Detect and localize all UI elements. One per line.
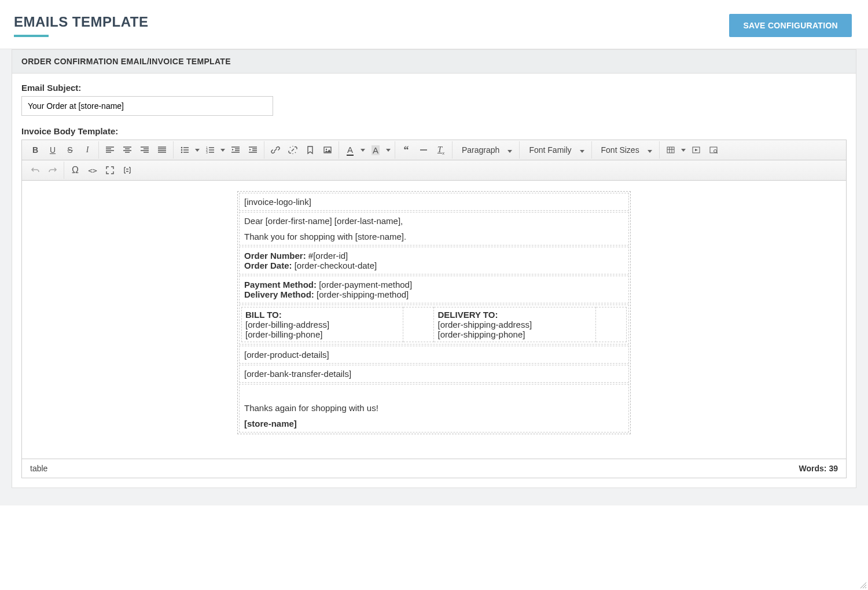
email-subject-input[interactable] <box>21 96 273 116</box>
svg-point-0 <box>181 147 183 149</box>
blockquote-button[interactable]: “ <box>398 141 415 159</box>
element-path[interactable]: table <box>30 464 47 473</box>
numbered-list-dropdown[interactable] <box>219 141 227 159</box>
bullet-list-dropdown[interactable] <box>193 141 201 159</box>
greeting-cell[interactable]: Dear [order-first-name] [order-last-name… <box>239 212 629 245</box>
align-center-button[interactable] <box>119 141 136 159</box>
svg-point-7 <box>326 149 327 150</box>
special-character-button[interactable]: Ω <box>67 162 84 179</box>
strikethrough-button[interactable]: S <box>61 141 79 159</box>
underline-button[interactable]: U <box>44 141 61 159</box>
show-blocks-button[interactable] <box>119 162 136 179</box>
table-button[interactable] <box>662 141 679 159</box>
link-button[interactable] <box>267 141 284 159</box>
media-button[interactable] <box>687 141 705 159</box>
template-table: [invoice-logo-link] Dear [order-first-na… <box>237 191 631 434</box>
numbered-list-button[interactable]: 123 <box>201 141 219 159</box>
svg-point-1 <box>181 149 183 151</box>
bullet-list-button[interactable] <box>176 141 193 159</box>
table-dropdown[interactable] <box>679 141 687 159</box>
text-color-button[interactable]: A <box>341 141 359 159</box>
image-button[interactable] <box>319 141 336 159</box>
align-justify-button[interactable] <box>153 141 171 159</box>
editor-toolbar: B U S I <box>22 140 846 160</box>
invoice-body-label: Invoice Body Template: <box>21 126 847 136</box>
fullscreen-button[interactable] <box>101 162 119 179</box>
text-color-dropdown[interactable] <box>359 141 367 159</box>
addresses-cell[interactable]: BILL TO: [order-billing-address] [order-… <box>239 305 629 345</box>
bank-cell[interactable]: [order-bank-transfer-details] <box>239 365 629 383</box>
italic-button[interactable]: I <box>79 141 96 159</box>
rich-text-editor: B U S I <box>21 140 847 478</box>
word-count: Words: 39 <box>799 464 838 473</box>
redo-button[interactable] <box>44 162 61 179</box>
products-cell[interactable]: [order-product-details] <box>239 346 629 364</box>
logo-cell[interactable]: [invoice-logo-link] <box>239 193 629 211</box>
undo-button[interactable] <box>27 162 44 179</box>
svg-rect-8 <box>667 147 674 153</box>
align-left-button[interactable] <box>101 141 119 159</box>
paragraph-format-select[interactable]: Paragraph <box>455 141 517 159</box>
svg-point-11 <box>713 150 716 153</box>
anchor-button[interactable] <box>301 141 319 159</box>
methods-cell[interactable]: Payment Method: [order-payment-method] D… <box>239 276 629 303</box>
email-subject-label: Email Subject: <box>21 83 847 93</box>
outdent-button[interactable] <box>227 141 244 159</box>
clear-formatting-button[interactable]: Tx <box>432 141 450 159</box>
horizontal-rule-button[interactable] <box>415 141 432 159</box>
editor-content-area[interactable]: [invoice-logo-link] Dear [order-first-na… <box>22 181 846 459</box>
background-color-button[interactable]: A <box>367 141 384 159</box>
unlink-button[interactable] <box>284 141 301 159</box>
align-right-button[interactable] <box>136 141 153 159</box>
bold-button[interactable]: B <box>27 141 44 159</box>
svg-text:3: 3 <box>206 151 208 154</box>
save-configuration-button[interactable]: SAVE CONFIGURATION <box>729 14 852 37</box>
background-color-dropdown[interactable] <box>384 141 392 159</box>
font-sizes-select[interactable]: Font Sizes <box>594 141 657 159</box>
font-family-select[interactable]: Font Family <box>522 141 589 159</box>
indent-button[interactable] <box>244 141 262 159</box>
section-header: ORDER CONFIRMATION EMAIL/INVOICE TEMPLAT… <box>12 50 856 74</box>
order-info-cell[interactable]: Order Number: #[order-id] Order Date: [o… <box>239 247 629 274</box>
editor-status-bar: table Words: 39 <box>22 459 846 478</box>
title-underline <box>14 35 49 37</box>
preview-button[interactable] <box>705 141 722 159</box>
closing-cell[interactable]: Thanks again for shopping with us! [stor… <box>239 384 629 433</box>
svg-point-2 <box>181 152 183 153</box>
page-title: EMAILS TEMPLATE <box>14 14 148 30</box>
source-code-button[interactable]: <> <box>84 162 101 179</box>
